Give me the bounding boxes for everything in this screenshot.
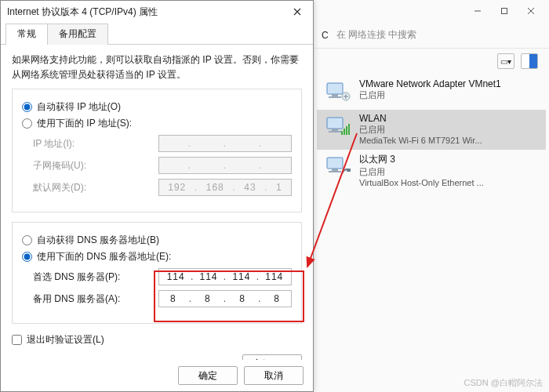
- adapter-desc: VirtualBox Host-Only Ethernet ...: [359, 178, 540, 187]
- adapter-list: VMware Network Adapter VMnet1 已启用 WLAN 已…: [314, 71, 549, 197]
- adapter-item-ethernet3[interactable]: 以太网 3 已启用 VirtualBox Host-Only Ethernet …: [317, 150, 546, 192]
- cancel-button[interactable]: 取消: [244, 366, 304, 385]
- pref-dns-field[interactable]: 114. 114. 114. 114: [158, 268, 292, 285]
- gateway-field: 192. 168. 43. 1: [158, 179, 292, 196]
- svg-rect-1: [502, 9, 507, 14]
- adapter-name: VMware Network Adapter VMnet1: [359, 78, 540, 89]
- search-placeholder: 在 网络连接 中搜索: [336, 28, 417, 42]
- svg-rect-18: [332, 169, 338, 171]
- background-window: C 在 网络连接 中搜索 ▭▾ VMware Network Adapter V…: [314, 0, 549, 392]
- adapter-status: 已启用: [359, 124, 540, 136]
- subnet-mask-field: ...: [158, 157, 292, 174]
- adapter-icon: [323, 78, 353, 105]
- address-toolbar: C 在 网络连接 中搜索: [314, 22, 549, 49]
- ip-address-label: IP 地址(I):: [33, 137, 158, 151]
- adapter-desc: MediaTek Wi-Fi 6 MT7921 Wir...: [359, 136, 540, 145]
- svg-rect-5: [332, 94, 338, 96]
- ip-group: 自动获得 IP 地址(O) 使用下面的 IP 地址(S): IP 地址(I): …: [12, 89, 302, 212]
- adapter-item-wlan[interactable]: WLAN 已启用 MediaTek Wi-Fi 6 MT7921 Wir...: [317, 110, 546, 150]
- adapter-status: 已启用: [359, 166, 540, 178]
- svg-rect-15: [346, 126, 347, 135]
- adapter-status: 已启用: [359, 89, 540, 101]
- subnet-mask-label: 子网掩码(U):: [33, 159, 158, 172]
- svg-rect-14: [344, 129, 345, 135]
- search-input[interactable]: 在 网络连接 中搜索: [336, 28, 541, 42]
- adapter-name: 以太网 3: [359, 153, 540, 166]
- advanced-button[interactable]: 高级(V)...: [242, 354, 302, 360]
- svg-rect-12: [329, 131, 341, 132]
- tcpip-properties-dialog: Internet 协议版本 4 (TCP/IPv4) 属性 常规 备用配置 如果…: [0, 0, 314, 392]
- svg-rect-20: [347, 169, 351, 172]
- pref-dns-label: 首选 DNS 服务器(P):: [33, 270, 158, 284]
- dialog-footer: 确定 取消: [1, 360, 313, 391]
- svg-rect-19: [329, 171, 341, 172]
- tab-general[interactable]: 常规: [5, 24, 48, 45]
- svg-rect-17: [327, 158, 343, 169]
- adapter-item-vmnet1[interactable]: VMware Network Adapter VMnet1 已启用: [317, 75, 546, 110]
- minimize-button[interactable]: [464, 2, 491, 20]
- intro-text: 如果网络支持此功能，则可以获取自动指派的 IP 设置。否则，你需要从网络系统管理…: [12, 53, 302, 82]
- dialog-titlebar: Internet 协议版本 4 (TCP/IPv4) 属性: [1, 1, 313, 23]
- preview-pane-button[interactable]: [521, 53, 538, 69]
- svg-rect-16: [348, 124, 350, 135]
- ip-address-field: ...: [158, 135, 292, 152]
- window-close-button[interactable]: [518, 2, 544, 20]
- watermark: CSDN @白帽阿尔法: [464, 377, 543, 389]
- tab-alternate[interactable]: 备用配置: [47, 24, 108, 45]
- dns-group: 自动获得 DNS 服务器地址(B) 使用下面的 DNS 服务器地址(E): 首选…: [12, 222, 302, 324]
- ok-button[interactable]: 确定: [178, 366, 238, 385]
- adapter-icon: [323, 113, 353, 140]
- radio-manual-dns-label: 使用下面的 DNS 服务器地址(E):: [37, 250, 171, 263]
- radio-manual-dns[interactable]: [22, 252, 32, 262]
- svg-rect-10: [327, 118, 343, 129]
- radio-auto-dns[interactable]: [22, 235, 32, 245]
- svg-rect-11: [332, 129, 338, 131]
- radio-manual-ip[interactable]: [22, 118, 32, 129]
- gateway-label: 默认网关(D):: [33, 181, 158, 194]
- tab-bar: 常规 备用配置: [1, 23, 313, 45]
- maximize-button[interactable]: [491, 2, 518, 20]
- validate-label: 退出时验证设置(L): [27, 333, 104, 347]
- radio-manual-ip-label: 使用下面的 IP 地址(S):: [37, 117, 132, 130]
- window-titlebar: [314, 0, 549, 22]
- svg-rect-6: [329, 96, 341, 98]
- radio-auto-dns-label: 自动获得 DNS 服务器地址(B): [37, 234, 159, 247]
- validate-checkbox[interactable]: [12, 335, 22, 345]
- dialog-title: Internet 协议版本 4 (TCP/IPv4) 属性: [7, 5, 288, 19]
- adapter-name: WLAN: [359, 113, 540, 124]
- adapter-icon: [323, 153, 353, 180]
- dialog-close-button[interactable]: [288, 2, 307, 21]
- alt-dns-label: 备用 DNS 服务器(A):: [33, 292, 158, 306]
- alt-dns-field[interactable]: 8. 8. 8. 8: [158, 290, 292, 307]
- radio-auto-ip-label: 自动获得 IP 地址(O): [37, 100, 121, 114]
- view-mode-button[interactable]: ▭▾: [497, 53, 514, 69]
- svg-rect-4: [327, 83, 343, 94]
- svg-rect-13: [341, 131, 343, 135]
- nav-back-icon[interactable]: C: [322, 30, 329, 41]
- radio-auto-ip[interactable]: [22, 102, 32, 112]
